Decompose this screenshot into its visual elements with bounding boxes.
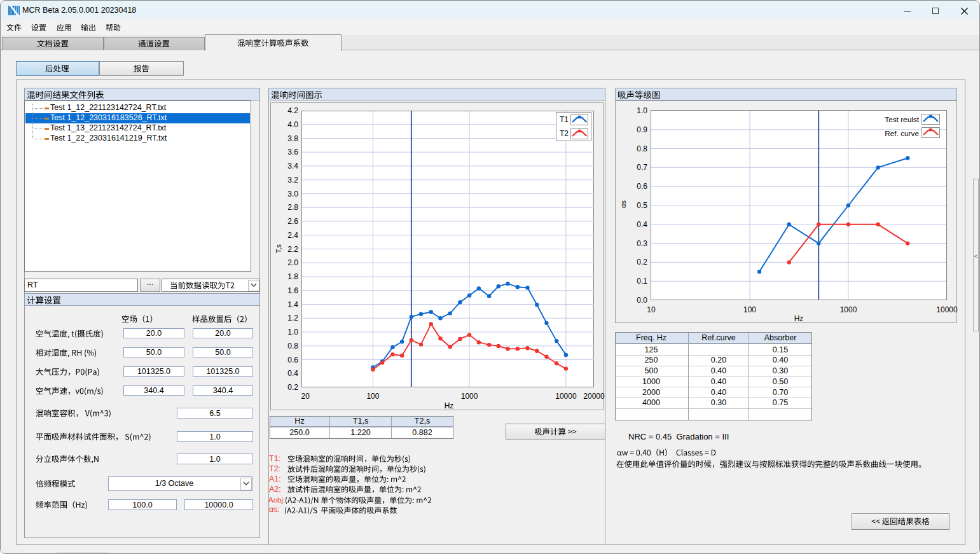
svg-text:10: 10 [647,305,656,314]
svg-text:1.4: 1.4 [287,300,298,309]
svg-text:1.6: 1.6 [287,286,298,295]
svg-text:T1: T1 [560,115,569,124]
svg-text:4.0: 4.0 [287,120,298,129]
svg-text:0.3: 0.3 [637,239,647,248]
svg-text:0.8: 0.8 [637,144,647,153]
svg-text:3.8: 3.8 [287,134,298,143]
svg-text:αs: αs [619,200,627,208]
svg-text:3.2: 3.2 [287,176,298,184]
svg-text:100: 100 [743,305,756,314]
svg-text:0.6: 0.6 [637,182,647,191]
svg-text:Test reulst: Test reulst [885,115,919,124]
svg-text:1.8: 1.8 [287,272,298,281]
svg-text:0.5: 0.5 [637,201,647,210]
svg-text:0.2: 0.2 [287,383,298,392]
svg-text:100: 100 [366,392,379,401]
svg-text:2.2: 2.2 [287,245,298,254]
svg-text:0.7: 0.7 [637,163,647,172]
svg-text:2.8: 2.8 [287,203,298,212]
svg-text:2.4: 2.4 [287,231,298,240]
svg-text:20: 20 [301,392,310,401]
svg-text:T2: T2 [560,129,569,138]
svg-text:10000: 10000 [936,305,958,314]
svg-text:4.2: 4.2 [287,106,298,115]
svg-text:0.9: 0.9 [637,125,647,134]
svg-text:1000: 1000 [840,305,857,314]
svg-text:1.0: 1.0 [287,328,298,336]
svg-text:T,s: T,s [275,244,282,253]
svg-text:0.6: 0.6 [287,356,298,364]
svg-text:3.0: 3.0 [287,190,298,198]
svg-text:3.6: 3.6 [287,148,298,156]
svg-text:0.2: 0.2 [637,258,647,267]
svg-text:0.8: 0.8 [287,342,298,350]
svg-text:1.0: 1.0 [637,106,647,115]
svg-text:3.4: 3.4 [287,162,298,170]
svg-text:1000: 1000 [461,392,478,401]
svg-text:0.1: 0.1 [637,277,647,286]
svg-text:Ref. curve: Ref. curve [885,129,919,138]
svg-text:0.4: 0.4 [637,220,647,229]
svg-text:1.2: 1.2 [287,314,298,322]
svg-text:Hz: Hz [794,314,804,323]
svg-text:Hz: Hz [445,401,454,410]
svg-text:2.0: 2.0 [287,258,298,267]
svg-text:0.4: 0.4 [287,369,298,378]
svg-text:0.0: 0.0 [637,296,647,305]
svg-text:2.6: 2.6 [287,217,298,226]
